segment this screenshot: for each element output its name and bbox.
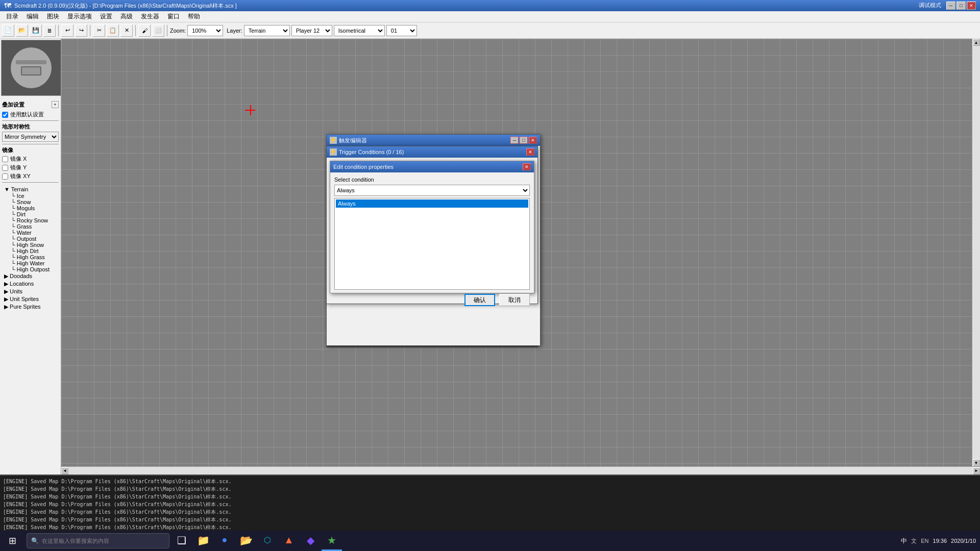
- start-button[interactable]: ⊞: [0, 531, 24, 551]
- mirror-x-row: 镜像 X: [2, 155, 59, 163]
- panel-expand-btn[interactable]: +: [52, 101, 59, 108]
- trigger-conditions-titlebar[interactable]: ⚡ Trigger Conditions (0 / 16) ✕: [327, 146, 537, 158]
- menu-item-help[interactable]: 帮助: [184, 11, 204, 22]
- tray-input: 文: [911, 537, 917, 545]
- save-as-button[interactable]: 🗎: [43, 24, 56, 37]
- tree-high-water[interactable]: └ High Water: [4, 260, 57, 266]
- tree-moguls[interactable]: └ Moguls: [4, 205, 57, 211]
- menu-item-tiles[interactable]: 图块: [43, 11, 63, 22]
- trigger-conditions-close-btn[interactable]: ✕: [526, 148, 534, 156]
- divider2: [2, 144, 59, 144]
- view-select[interactable]: Isometrical: [334, 25, 385, 36]
- layer-select[interactable]: Terrain: [244, 25, 290, 36]
- title-bar-left: 🗺 Scmdraft 2.0 (0.9.09)(汉化版) - [D:\Progr…: [4, 2, 237, 10]
- trigger-editor-max-btn[interactable]: □: [520, 137, 528, 144]
- vscroll-up-btn[interactable]: ▲: [973, 39, 980, 46]
- taskbar-task-view[interactable]: ❑: [172, 531, 192, 551]
- tree-snow[interactable]: └ Snow: [4, 199, 57, 205]
- trigger-editor-controls: ─ □ ✕: [510, 137, 537, 144]
- tree-high-outpost[interactable]: └ High Outpost: [4, 266, 57, 272]
- taskbar-app1[interactable]: ⬡: [257, 531, 278, 551]
- tree-doodads[interactable]: ▶ Doodads: [4, 272, 57, 280]
- slot-select[interactable]: 01: [386, 25, 417, 36]
- tree-rocky-snow[interactable]: └ Rocky Snow: [4, 217, 57, 223]
- player-select[interactable]: Player 12 ↕: [291, 25, 332, 36]
- delete-button[interactable]: ✕: [120, 24, 133, 37]
- trigger-editor-min-btn[interactable]: ─: [510, 137, 519, 144]
- symmetry-select[interactable]: Mirror Symmetry: [2, 132, 59, 142]
- tree-outpost[interactable]: └ Outpost: [4, 236, 57, 242]
- use-default-checkbox[interactable]: [2, 112, 8, 118]
- taskbar-files[interactable]: 📂: [236, 531, 256, 551]
- tree-high-snow[interactable]: └ High Snow: [4, 242, 57, 248]
- taskbar-app4[interactable]: ★: [322, 531, 342, 551]
- tree-unit-sprites[interactable]: ▶ Unit Sprites: [4, 295, 57, 303]
- tree-high-grass[interactable]: └ High Grass: [4, 254, 57, 260]
- menu-item-generator[interactable]: 发生器: [137, 11, 163, 22]
- condition-editor-dialog[interactable]: Edit condition properties ✕ Select condi…: [330, 161, 534, 293]
- new-button[interactable]: 📄: [2, 24, 14, 37]
- map-area[interactable]: ⚡ 触发编辑器 ─ □ ✕ Conditions Actions: [61, 39, 972, 466]
- taskbar-search-box[interactable]: 🔍 在这里输入你要搜索的内容: [27, 533, 169, 548]
- condition-editor-close-btn[interactable]: ✕: [523, 163, 531, 170]
- terrain-label: Terrain: [11, 186, 29, 192]
- trigger-conditions-dialog[interactable]: ⚡ Trigger Conditions (0 / 16) ✕ Edit con…: [326, 146, 538, 304]
- outer-dialog-bottom: [326, 346, 538, 347]
- log-line-5: [ENGINE] Saved Map D:\Program Files (x86…: [3, 516, 977, 523]
- tree-units[interactable]: ▶ Units: [4, 288, 57, 295]
- select-button[interactable]: ⬜: [152, 24, 164, 37]
- tree-pure-sprites[interactable]: ▶ Pure Sprites: [4, 303, 57, 311]
- copy-button[interactable]: 📋: [107, 24, 119, 37]
- taskbar-chrome[interactable]: ●: [214, 531, 235, 551]
- taskbar-app2[interactable]: ▲: [279, 531, 299, 551]
- tree-dirt[interactable]: └ Dirt: [4, 211, 57, 217]
- menu-item-window[interactable]: 窗口: [163, 11, 184, 22]
- menu-item-file[interactable]: 目录: [2, 11, 22, 22]
- open-button[interactable]: 📂: [16, 24, 28, 37]
- save-button[interactable]: 💾: [30, 24, 42, 37]
- hscroll-left-btn[interactable]: ◄: [61, 467, 68, 474]
- maximize-button[interactable]: □: [957, 2, 966, 10]
- mirror-xy-checkbox[interactable]: [2, 173, 8, 180]
- undo-button[interactable]: ↩: [61, 24, 74, 37]
- condition-list-item-always[interactable]: Always: [336, 199, 528, 208]
- pure-sprites-label: Pure Sprites: [10, 304, 41, 310]
- h-scrollbar[interactable]: ◄ ►: [61, 466, 980, 474]
- doodads-label: Doodads: [10, 273, 32, 279]
- tree-grass[interactable]: └ Grass: [4, 223, 57, 230]
- close-button[interactable]: ✕: [967, 2, 976, 10]
- condition-editor-titlebar[interactable]: Edit condition properties ✕: [330, 161, 534, 172]
- tree-ice[interactable]: └ Ice: [4, 193, 57, 199]
- map-and-vscroll: ⚡ 触发编辑器 ─ □ ✕ Conditions Actions: [61, 39, 980, 466]
- minimize-button[interactable]: ─: [946, 2, 955, 10]
- taskbar-file-explorer[interactable]: 📁: [193, 531, 213, 551]
- menu-item-advanced[interactable]: 高级: [116, 11, 137, 22]
- mirror-x-label: 镜像 X: [10, 155, 27, 163]
- trigger-editor-close-btn[interactable]: ✕: [529, 137, 537, 144]
- condition-select[interactable]: Always: [334, 185, 530, 196]
- cut-button[interactable]: ✂: [93, 24, 105, 37]
- redo-button[interactable]: ↪: [75, 24, 87, 37]
- tree-water[interactable]: └ Water: [4, 230, 57, 236]
- condition-list[interactable]: Always: [334, 198, 530, 290]
- mirror-y-label: 镜像 Y: [10, 164, 27, 171]
- menu-item-view[interactable]: 显示选项: [63, 11, 96, 22]
- menu-item-settings[interactable]: 设置: [96, 11, 116, 22]
- tree-high-dirt[interactable]: └ High Dirt: [4, 248, 57, 254]
- zoom-select[interactable]: 100%: [187, 25, 223, 36]
- title-bar: 🗺 Scmdraft 2.0 (0.9.09)(汉化版) - [D:\Progr…: [0, 0, 980, 11]
- mirror-x-checkbox[interactable]: [2, 156, 8, 162]
- tree-locations[interactable]: ▶ Locations: [4, 280, 57, 288]
- condition-ok-btn[interactable]: 确认: [464, 294, 495, 306]
- taskbar-app3[interactable]: ◆: [300, 531, 321, 551]
- vscroll-down-btn[interactable]: ▼: [973, 459, 980, 466]
- tree-terrain[interactable]: ▼ Terrain: [4, 186, 57, 193]
- trigger-editor-titlebar[interactable]: ⚡ 触发编辑器 ─ □ ✕: [327, 135, 540, 146]
- v-scrollbar[interactable]: ▲ ▼: [972, 39, 980, 466]
- menu-item-edit[interactable]: 编辑: [22, 11, 43, 22]
- hscroll-right-btn[interactable]: ►: [973, 467, 980, 474]
- mirror-xy-label: 镜像 XY: [10, 172, 31, 180]
- brush-button[interactable]: 🖌: [138, 24, 151, 37]
- condition-cancel-btn[interactable]: 取消: [499, 294, 530, 306]
- mirror-y-checkbox[interactable]: [2, 165, 8, 171]
